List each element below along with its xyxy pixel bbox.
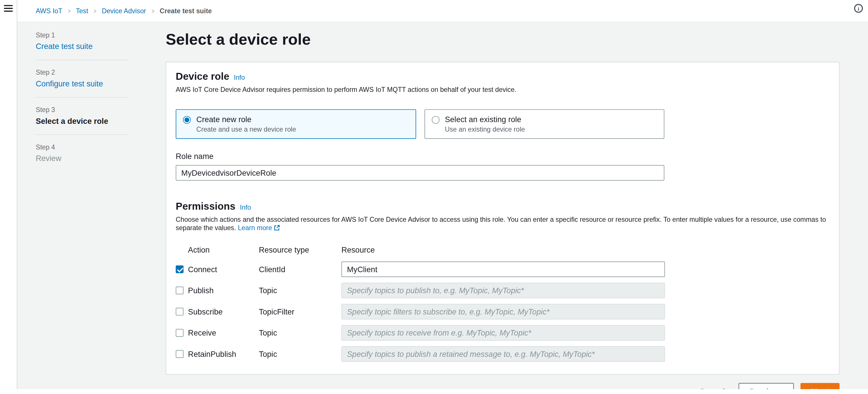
resource-type-label: ClientId (259, 265, 341, 273)
menu-button[interactable] (4, 4, 14, 13)
hamburger-icon (4, 5, 14, 11)
chevron-right-icon: > (94, 7, 96, 14)
step-4-number: Step 4 (36, 143, 128, 151)
table-row-receive-action: Receive (176, 328, 259, 337)
chevron-right-icon: > (68, 7, 70, 14)
table-row-publish-action: Publish (176, 286, 259, 295)
divider (36, 97, 128, 98)
step-2: Step 2 Configure test suite (36, 67, 128, 90)
tile-label: Create new role (196, 115, 296, 124)
radio-tile-create-new-role[interactable]: Create new role Create and use a new dev… (176, 109, 416, 139)
permissions-table: Action Resource type Resource Connect Cl… (176, 245, 829, 362)
table-row-retainpublish-action: RetainPublish (176, 350, 259, 359)
publish-resource-input[interactable] (341, 283, 665, 298)
resource-type-label: Topic (259, 350, 341, 359)
tile-text: Create new role Create and use a new dev… (196, 115, 296, 133)
resource-type-label: Topic (259, 286, 341, 295)
breadcrumb-device-advisor[interactable]: Device Advisor (102, 7, 146, 15)
resource-type-label: Topic (259, 328, 341, 337)
action-label: Connect (188, 265, 217, 273)
table-row-connect-action: Connect (176, 265, 259, 273)
action-label: Subscribe (188, 307, 223, 316)
permissions-info-link[interactable]: Info (240, 204, 251, 211)
device-role-section-header: Device role Info (176, 71, 829, 83)
step-3-current: Select a device role (36, 117, 108, 126)
divider (36, 60, 128, 60)
content-area: Step 1 Create test suite Step 2 Configur… (17, 22, 868, 389)
learn-more-link[interactable]: Learn more (238, 224, 280, 232)
retainpublish-checkbox[interactable] (176, 350, 184, 358)
role-name-input[interactable] (176, 165, 664, 180)
column-header-resource-type: Resource type (259, 245, 341, 256)
breadcrumb: AWS IoT > Test > Device Advisor > Create… (17, 7, 212, 15)
connect-resource-input[interactable] (341, 262, 665, 277)
wizard-steps-nav: Step 1 Create test suite Step 2 Configur… (36, 30, 128, 165)
info-circle-icon[interactable]: i (854, 4, 863, 13)
step-4: Step 4 Review (36, 142, 128, 164)
resource-type-label: TopicFilter (259, 307, 341, 316)
step-1-number: Step 1 (36, 31, 128, 39)
receive-checkbox[interactable] (176, 329, 184, 337)
tile-text: Select an existing role Use an existing … (445, 115, 525, 133)
step-2-link[interactable]: Configure test suite (36, 79, 103, 88)
publish-checkbox[interactable] (176, 287, 184, 294)
column-header-action: Action (176, 245, 259, 256)
role-name-label: Role name (176, 152, 829, 161)
step-4-disabled: Review (36, 154, 61, 163)
main-panel: Select a device role Device role Info AW… (166, 22, 839, 394)
tile-sublabel: Use an existing device role (445, 126, 525, 133)
tile-label: Select an existing role (445, 115, 525, 124)
step-3: Step 3 Select a device role (36, 105, 128, 127)
device-role-heading: Device role (176, 71, 229, 83)
top-bar: AWS IoT > Test > Device Advisor > Create… (17, 0, 868, 22)
role-option-tiles: Create new role Create and use a new dev… (176, 109, 664, 139)
action-label: Receive (188, 328, 216, 337)
column-header-resource: Resource (341, 245, 665, 256)
action-label: Publish (188, 286, 214, 295)
permissions-description: Choose which actions and the associated … (176, 216, 829, 232)
retainpublish-resource-input[interactable] (341, 346, 665, 362)
receive-resource-input[interactable] (341, 325, 665, 341)
divider (36, 134, 128, 135)
breadcrumb-test[interactable]: Test (76, 7, 88, 15)
breadcrumb-aws-iot[interactable]: AWS IoT (36, 7, 62, 15)
permissions-heading: Permissions (176, 201, 236, 212)
page-title: Select a device role (166, 30, 839, 49)
radio-unselected-icon (431, 116, 439, 124)
step-1-link[interactable]: Create test suite (36, 42, 93, 51)
radio-tile-select-existing-role[interactable]: Select an existing role Use an existing … (424, 109, 664, 139)
subscribe-checkbox[interactable] (176, 308, 184, 316)
device-role-description: AWS IoT Core Device Advisor requires per… (176, 86, 829, 94)
action-label: RetainPublish (188, 350, 236, 359)
step-3-number: Step 3 (36, 106, 128, 114)
info-glyph: i (858, 5, 859, 11)
device-role-card: Device role Info AWS IoT Core Device Adv… (166, 62, 839, 375)
breadcrumb-current: Create test suite (160, 7, 212, 15)
chevron-right-icon: > (152, 7, 154, 14)
radio-selected-icon (183, 116, 191, 124)
learn-more-text: Learn more (238, 224, 272, 232)
permissions-section-header: Permissions Info (176, 201, 829, 212)
table-row-subscribe-action: Subscribe (176, 307, 259, 316)
bottom-strip (0, 389, 868, 394)
subscribe-resource-input[interactable] (341, 304, 665, 319)
app-window: AWS IoT > Test > Device Advisor > Create… (0, 0, 868, 394)
side-nav-rail (0, 0, 17, 389)
external-link-icon (274, 225, 280, 231)
step-1: Step 1 Create test suite (36, 30, 128, 53)
connect-checkbox[interactable] (176, 265, 184, 273)
tile-sublabel: Create and use a new device role (196, 126, 296, 133)
device-role-info-link[interactable]: Info (234, 74, 245, 81)
step-2-number: Step 2 (36, 69, 128, 76)
